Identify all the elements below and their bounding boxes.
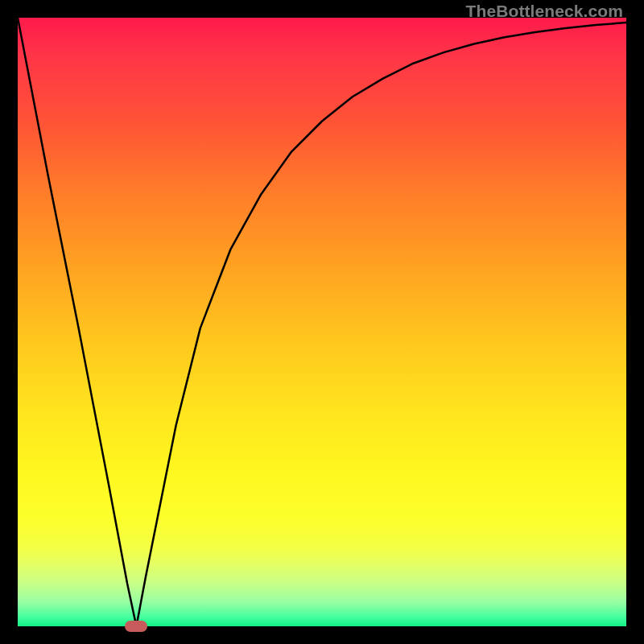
bottleneck-curve <box>18 18 626 626</box>
chart-frame <box>18 18 626 626</box>
curve-layer <box>18 18 626 626</box>
min-marker <box>125 621 147 632</box>
